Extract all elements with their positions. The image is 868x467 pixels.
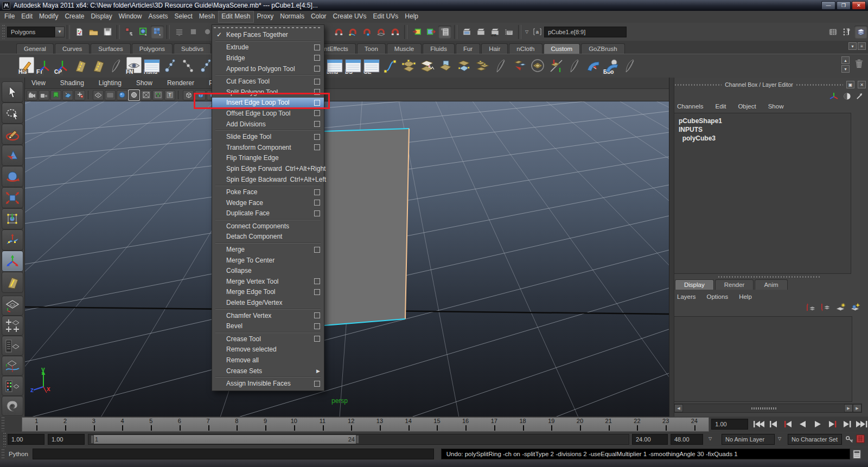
universal-manipulator-tool[interactable] — [2, 208, 23, 229]
field-mode-dropdown-icon[interactable]: ▽ — [525, 29, 528, 34]
shelf-item-joint2[interactable] — [178, 55, 197, 76]
menubar-item-display[interactable]: Display — [87, 11, 115, 23]
show-attribute-editor-icon[interactable] — [854, 25, 867, 39]
timeline-frame-19[interactable]: 19 — [537, 418, 566, 431]
menubar-item-edit-mesh[interactable]: Edit Mesh — [218, 11, 253, 23]
shelf-item-polya[interactable] — [418, 55, 436, 76]
dock-drag-dots[interactable] — [796, 84, 843, 86]
shelf-item-ft[interactable]: FT — [35, 55, 54, 76]
shelf-item-ge[interactable]: GE — [362, 55, 381, 76]
layer-editor-menu-layers[interactable]: Layers — [677, 293, 696, 300]
shelf-tab-general[interactable]: General — [16, 43, 54, 54]
playback-range-bar[interactable]: 1 24 — [91, 435, 359, 444]
menu-item-spin-edge-forward[interactable]: Spin Edge ForwardCtrl+Alt+Right — [212, 163, 324, 174]
menu-item-merge-vertex-tool[interactable]: Merge Vertex Tool — [212, 276, 324, 287]
shelf-scroll-up-icon[interactable]: ▴ — [841, 56, 850, 64]
minimize-button[interactable]: — — [821, 1, 835, 10]
shelf-item-feather[interactable] — [621, 55, 639, 76]
shelf-trash-icon[interactable] — [854, 59, 864, 69]
timeline-frame-24[interactable]: 24 — [680, 418, 709, 431]
title-bar[interactable]: Autodesk Maya 2011 x64: C:\New folder\Ar… — [0, 0, 868, 11]
shelf-item-roll[interactable] — [584, 55, 602, 76]
script-editor-icon[interactable] — [853, 450, 861, 459]
menu-item-keep-faces-together[interactable]: ✓Keep Faces Together — [212, 29, 324, 40]
range-slider-track[interactable]: 1 24 — [88, 434, 629, 445]
menu-item-transform-component[interactable]: Transform Component — [212, 142, 324, 153]
command-language-label[interactable]: Python — [9, 451, 28, 457]
layer-editor-tab-display[interactable]: Display — [675, 279, 714, 290]
layout-four-panes[interactable] — [2, 316, 23, 336]
scroll-right-icon[interactable]: ▶ — [844, 404, 853, 412]
menubar-item-modify[interactable]: Modify — [36, 11, 61, 23]
film-gate-icon[interactable] — [105, 90, 116, 100]
scroll-right2-icon[interactable]: ▶ — [853, 404, 861, 412]
menu-item-spin-edge-backward[interactable]: Spin Edge BackwardCtrl+Alt+Left — [212, 174, 324, 185]
timeline-frame-9[interactable]: 9 — [251, 418, 280, 431]
move-tool[interactable] — [2, 145, 23, 166]
menu-item-bevel[interactable]: Bevel — [212, 321, 324, 331]
option-box-icon[interactable] — [314, 55, 320, 61]
shelf-item-ds[interactable]: DS — [344, 55, 362, 76]
shelf-item-road[interactable] — [71, 55, 90, 76]
shelf-tab-custom[interactable]: Custom — [544, 43, 580, 54]
shelf-item-feather[interactable] — [107, 55, 125, 76]
timeline-frame-23[interactable]: 23 — [652, 418, 680, 431]
menu-item-bridge[interactable]: Bridge — [212, 53, 324, 63]
shelf-tab-subdivs[interactable]: Subdivs — [174, 43, 211, 54]
option-box-icon[interactable] — [314, 278, 320, 284]
play-backwards-icon[interactable] — [796, 419, 809, 430]
xray-display-icon[interactable] — [141, 90, 151, 100]
shelf-item-blnd[interactable]: blnd — [326, 55, 344, 76]
layer-list[interactable] — [674, 316, 852, 402]
timeline-frame-13[interactable]: 13 — [366, 418, 394, 431]
shelf-item-road[interactable] — [89, 55, 107, 76]
menu-item-add-divisions[interactable]: Add Divisions — [212, 119, 324, 130]
step-back-frame-icon[interactable] — [767, 419, 780, 430]
timeline-frame-7[interactable]: 7 — [194, 418, 222, 431]
select-by-object-icon[interactable] — [137, 25, 150, 39]
timeline-frame-22[interactable]: 22 — [623, 418, 652, 431]
status-line-grip[interactable] — [2, 25, 5, 39]
timeline-frame-17[interactable]: 17 — [480, 418, 508, 431]
shelf-tab-ncloth[interactable]: nCloth — [509, 43, 542, 54]
new-scene-icon[interactable] — [73, 25, 86, 39]
timeline-frame-1[interactable]: 1 — [22, 418, 51, 431]
shelf-tab-fluids[interactable]: Fluids — [423, 43, 455, 54]
component-mode-square-icon[interactable] — [187, 25, 200, 39]
timeline-frame-8[interactable]: 8 — [222, 418, 251, 431]
timeline-frame-2[interactable]: 2 — [51, 418, 80, 431]
shelf-tab-fur[interactable]: Fur — [456, 43, 480, 54]
option-box-icon[interactable] — [314, 200, 320, 206]
shelf-menu-arrow-icon[interactable]: ▾ — [848, 42, 857, 50]
menubar-item-color[interactable]: Color — [308, 11, 330, 23]
step-forward-key-icon[interactable] — [826, 419, 839, 430]
render-current-frame-icon[interactable] — [460, 25, 473, 39]
menubar-item-edit[interactable]: Edit — [18, 11, 36, 23]
menubar-item-file[interactable]: File — [1, 11, 18, 23]
layout-outliner-persp[interactable] — [2, 336, 23, 356]
dock-drag-dots[interactable] — [675, 84, 722, 86]
option-box-icon[interactable] — [314, 210, 320, 216]
snap-to-curve-icon[interactable] — [346, 25, 359, 39]
show-manipulator-tool[interactable] — [2, 251, 23, 272]
move-layer-up-icon[interactable] — [806, 303, 816, 312]
menu-item-remove-all[interactable]: Remove all — [212, 355, 324, 366]
menu-item-flip-triangle-edge[interactable]: Flip Triangle Edge — [212, 153, 324, 164]
menu-item-connect-components[interactable]: Connect Components — [212, 221, 324, 232]
character-set-dropdown-icon[interactable]: ▽ — [778, 436, 781, 441]
select-by-component-icon[interactable] — [151, 25, 164, 39]
shelf-item-cp[interactable]: CP — [53, 55, 72, 76]
speed-state-icon[interactable] — [843, 92, 851, 100]
wireframe-cube-icon[interactable] — [183, 90, 194, 100]
shelf-tab-polygons[interactable]: Polygons — [132, 43, 173, 54]
animation-end-field[interactable]: 48.00 — [671, 434, 703, 445]
dock-scrollbar[interactable]: ◀ ▶ ▶ — [674, 404, 862, 413]
option-box-icon[interactable] — [314, 247, 320, 253]
menu-item-wedge-face[interactable]: Wedge Face — [212, 197, 324, 208]
playback-start-field[interactable]: 1.00 — [8, 434, 44, 445]
open-scene-icon[interactable] — [87, 25, 100, 39]
menu-item-insert-edge-loop-tool[interactable]: Insert Edge Loop Tool — [212, 98, 324, 108]
shelf-item-curve[interactable] — [381, 55, 399, 76]
option-box-icon[interactable] — [314, 121, 320, 127]
option-box-icon[interactable] — [314, 189, 320, 195]
